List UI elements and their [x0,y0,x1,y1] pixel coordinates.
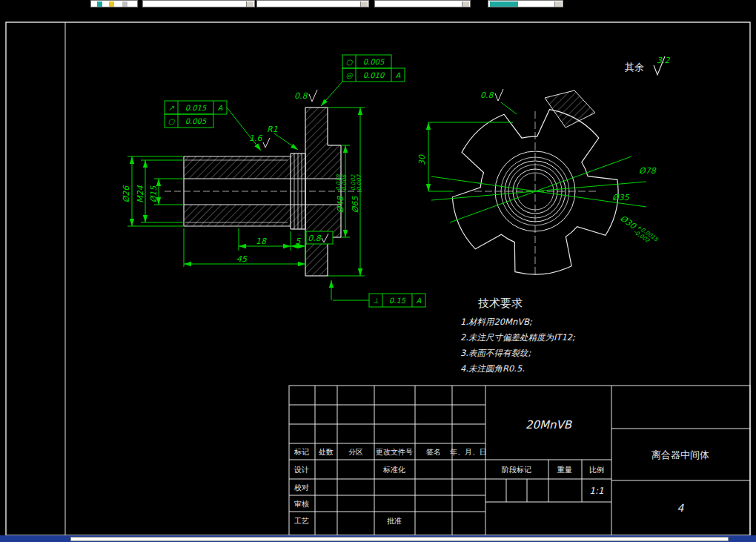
dim-label-30: 30 [417,154,427,165]
chevron-down-icon[interactable] [554,1,562,7]
svg-text:30: 30 [417,154,427,165]
dim-label-18: 18 [256,237,267,246]
toolbar-strip [0,0,756,7]
command-bar-strip [0,535,756,542]
dim-label-r1: R1 [267,125,278,134]
roughness-0_8-groove: 0.8 [306,231,333,244]
header-chushu: 处数 [319,448,334,456]
roughness-1_6-label: 1.6 [249,133,262,143]
row-shenhe: 审核 [294,500,309,508]
roughness-0_8-top-label: 0.8 [294,91,308,101]
svg-text:Ø15: Ø15 [149,185,159,203]
toolbar-icon-group[interactable] [90,0,138,7]
dim-label-d78: Ø78 [639,166,657,176]
part-name: 离合器中间体 [651,449,709,460]
dim-label-d15: Ø15 [149,185,159,203]
header-zhongliang: 重量 [557,466,572,474]
svg-text:Ø65: Ø65 [351,196,360,214]
svg-text:M24: M24 [136,185,145,202]
sheet-number: 4 [677,502,685,514]
fcf4-datum: A [396,71,401,79]
drawing-canvas[interactable]: Ø26 M24 Ø15 Ø48 -0.010 -0.006 Ø65 -0.002… [0,0,756,542]
chevron-down-icon[interactable] [360,1,368,7]
header-biaoji: 标记 [294,448,309,456]
chevron-down-icon[interactable] [462,1,469,7]
layer-state-icon [109,1,114,7]
svg-text:-0.007: -0.007 [356,174,362,193]
tech-line-4: 4.未注圆角R0.5. [460,363,525,374]
fcf5-symbol: ⊥ [373,297,379,305]
linetype-dropdown[interactable] [374,0,471,7]
dim-label-d26: Ø26 [122,185,131,203]
header-genggai: 更改文件号 [376,448,413,456]
roughness-0_8-right-label: 0.8 [480,90,494,100]
color-dropdown[interactable] [256,0,369,7]
row-pizhun: 批准 [387,517,402,525]
layer-lock-icon [122,1,127,7]
selected-swatch-icon [490,1,518,7]
header-qianming: 签名 [426,448,441,456]
layer-color-icon [97,1,102,7]
lineweight-dropdown[interactable] [488,0,563,7]
fcf4-symbol: ◎ [346,71,354,79]
header-date: 年、月、日 [450,448,487,456]
tech-line-1: 1.材料用20MnVB; [460,317,533,327]
dim-label-45: 45 [236,254,248,264]
svg-text:-0.006: -0.006 [341,174,348,193]
svg-text:Ø26: Ø26 [122,185,131,203]
fcf4-value: 0.010 [363,71,385,79]
dim-label-m24: M24 [136,185,145,202]
row-jiaodui: 校对 [294,483,309,492]
fcf3-symbol: ○ [346,58,354,66]
fcf2-symbol: ○ [168,117,176,125]
material-label: 20MnVB [525,418,573,432]
chevron-down-icon[interactable] [246,1,253,7]
tech-title: 技术要求 [478,297,523,310]
header-jieduan: 阶段标记 [502,466,531,474]
svg-text:0.8: 0.8 [308,234,321,243]
scale-value: 1:1 [589,486,603,496]
cad-app-window: Ø26 M24 Ø15 Ø48 -0.010 -0.006 Ø65 -0.002… [0,0,756,542]
dim-label-d35: Ø35 [612,193,630,202]
fcf5-value: 0.15 [389,297,406,305]
qiyu-label: 其余 [625,62,644,73]
dim-label-5: 5 [296,237,302,246]
fcf1-symbol: ↗ [168,104,175,112]
layer-dropdown[interactable] [142,0,255,7]
fcf3-value: 0.005 [363,58,385,66]
header-bili: 比例 [589,466,604,474]
svg-text:Ø48: Ø48 [336,196,345,214]
fcf1-datum: A [218,104,223,112]
tech-line-2: 2.未注尺寸偏差处精度为IT12; [460,332,576,343]
tech-line-3: 3.表面不得有裂纹; [460,348,531,358]
header-fenqu: 分区 [348,448,363,456]
command-input[interactable] [70,537,729,541]
fcf5-datum: A [417,297,422,305]
row-gongyi: 工艺 [294,517,309,525]
fcf2-value: 0.005 [185,117,207,125]
row-biaozhunhua: 标准化 [382,466,405,474]
fcf1-value: 0.015 [185,104,207,112]
row-sheji: 设计 [294,466,309,474]
